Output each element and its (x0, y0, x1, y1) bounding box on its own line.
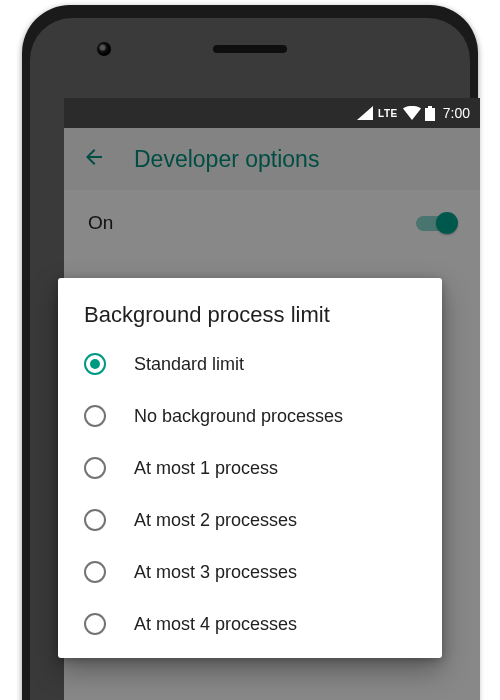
master-toggle-label: On (88, 212, 113, 234)
radio-button[interactable] (84, 613, 106, 635)
dialog-option[interactable]: At most 2 processes (58, 494, 442, 546)
network-type: LTE (378, 108, 398, 119)
battery-icon (425, 106, 435, 121)
dialog-option[interactable]: At most 4 processes (58, 598, 442, 650)
dialog-option[interactable]: At most 1 process (58, 442, 442, 494)
svg-rect-0 (425, 108, 435, 121)
back-button[interactable] (82, 145, 106, 173)
radio-button[interactable] (84, 509, 106, 531)
switch-thumb (436, 212, 458, 234)
master-toggle-row[interactable]: On (64, 190, 480, 256)
option-label: At most 4 processes (134, 614, 297, 635)
app-bar: Developer options (64, 128, 480, 190)
dialog-option[interactable]: Standard limit (58, 338, 442, 390)
radio-button[interactable] (84, 353, 106, 375)
option-label: No background processes (134, 406, 343, 427)
dialog-option-list: Standard limitNo background processesAt … (58, 338, 442, 650)
option-label: At most 3 processes (134, 562, 297, 583)
radio-button[interactable] (84, 457, 106, 479)
cell-signal-icon (357, 106, 373, 120)
dialog-option[interactable]: At most 3 processes (58, 546, 442, 598)
option-label: At most 2 processes (134, 510, 297, 531)
radio-button[interactable] (84, 561, 106, 583)
master-toggle-switch[interactable] (416, 211, 458, 235)
option-label: Standard limit (134, 354, 244, 375)
page-title: Developer options (134, 146, 319, 173)
option-label: At most 1 process (134, 458, 278, 479)
arrow-back-icon (82, 145, 106, 169)
dialog-title: Background process limit (58, 302, 442, 338)
process-limit-dialog: Background process limit Standard limitN… (58, 278, 442, 658)
radio-button[interactable] (84, 405, 106, 427)
wifi-icon (403, 106, 421, 120)
status-bar: LTE 7:00 (64, 98, 480, 128)
dialog-option[interactable]: No background processes (58, 390, 442, 442)
phone-speaker (213, 45, 287, 53)
svg-rect-1 (428, 106, 432, 108)
phone-front-camera (97, 42, 111, 56)
status-clock: 7:00 (443, 105, 470, 121)
